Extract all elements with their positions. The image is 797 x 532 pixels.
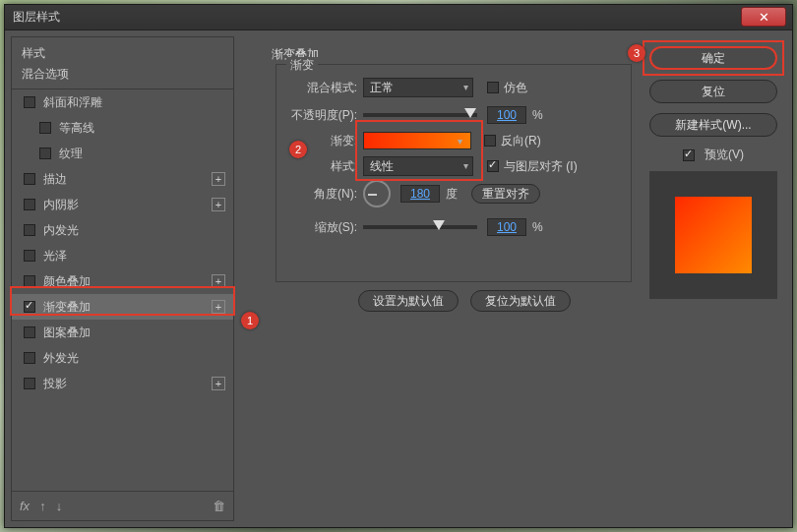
effect-checkbox[interactable] bbox=[24, 199, 35, 210]
effect-checkbox[interactable] bbox=[39, 122, 51, 134]
scale-slider[interactable] bbox=[363, 225, 477, 229]
add-effect-icon[interactable]: + bbox=[212, 198, 225, 211]
close-icon: ✕ bbox=[759, 10, 769, 25]
chevron-down-icon[interactable]: ▾ bbox=[458, 136, 462, 147]
window-title: 图层样式 bbox=[13, 9, 60, 26]
preview-swatch bbox=[675, 197, 752, 273]
gradient-group: 渐变 混合模式: 正常▾ 仿色 不透明度(P): 100 % 渐变: ▾ bbox=[276, 64, 632, 282]
preview-box bbox=[649, 171, 777, 299]
blend-mode-value: 正常 bbox=[370, 80, 394, 96]
effect-checkbox[interactable] bbox=[24, 352, 35, 364]
dither-checkbox[interactable] bbox=[487, 82, 499, 93]
opacity-value[interactable]: 100 bbox=[487, 106, 526, 124]
panel-footer: fx ↑ ↓ 🗑 bbox=[12, 491, 233, 520]
titlebar[interactable]: 图层样式 ✕ bbox=[5, 5, 792, 30]
add-effect-icon[interactable]: + bbox=[212, 172, 225, 186]
reset-align-button[interactable]: 重置对齐 bbox=[471, 184, 540, 204]
effect-checkbox[interactable] bbox=[24, 224, 35, 236]
effect-checkbox[interactable] bbox=[24, 96, 35, 108]
effect-label: 投影 bbox=[43, 376, 67, 392]
style-label: 样式: bbox=[324, 158, 357, 175]
angle-label: 角度(N): bbox=[306, 186, 357, 203]
reset-default-button[interactable]: 复位为默认值 bbox=[470, 290, 571, 312]
callout-2: 2 bbox=[289, 141, 307, 158]
effect-checkbox[interactable] bbox=[39, 148, 51, 159]
ok-button[interactable]: 确定 bbox=[649, 46, 777, 70]
dialog-window: 图层样式 ✕ 样式 混合选项 斜面和浮雕 等高线 纹理 描边+ 内阴影+ 内发光… bbox=[4, 4, 793, 528]
effect-label: 图案叠加 bbox=[43, 325, 91, 341]
add-effect-icon[interactable]: + bbox=[212, 274, 225, 288]
effect-checkbox[interactable] bbox=[24, 326, 35, 338]
preview-checkbox[interactable] bbox=[683, 149, 695, 161]
angle-dial[interactable] bbox=[363, 180, 391, 207]
effect-checkbox[interactable] bbox=[24, 250, 35, 262]
list-item[interactable]: 斜面和浮雕 bbox=[12, 89, 233, 115]
content-area: 样式 混合选项 斜面和浮雕 等高线 纹理 描边+ 内阴影+ 内发光 光泽 颜色叠… bbox=[5, 30, 792, 527]
styles-panel: 样式 混合选项 斜面和浮雕 等高线 纹理 描边+ 内阴影+ 内发光 光泽 颜色叠… bbox=[11, 36, 234, 521]
angle-value[interactable]: 180 bbox=[400, 185, 440, 203]
list-item[interactable]: 光泽 bbox=[12, 243, 233, 268]
effect-label: 内阴影 bbox=[43, 197, 79, 213]
list-item[interactable]: 外发光 bbox=[12, 345, 233, 371]
effect-label: 斜面和浮雕 bbox=[43, 94, 102, 111]
dither-label: 仿色 bbox=[504, 80, 527, 96]
list-item[interactable]: 投影+ bbox=[12, 371, 233, 396]
style-value: 线性 bbox=[370, 158, 394, 175]
set-default-button[interactable]: 设置为默认值 bbox=[358, 290, 459, 312]
reverse-label: 反向(R) bbox=[501, 133, 541, 149]
opacity-unit: % bbox=[532, 108, 543, 122]
style-select[interactable]: 线性▾ bbox=[363, 156, 473, 176]
opacity-slider[interactable] bbox=[363, 113, 477, 117]
group-label: 渐变 bbox=[286, 57, 318, 74]
effect-checkbox[interactable] bbox=[24, 173, 35, 185]
align-label: 与图层对齐 (I) bbox=[504, 158, 578, 175]
effect-checkbox[interactable] bbox=[24, 378, 35, 389]
blending-options[interactable]: 混合选项 bbox=[12, 66, 233, 89]
effect-label: 外发光 bbox=[43, 350, 79, 367]
blend-mode-label: 混合模式: bbox=[286, 80, 357, 96]
scale-value[interactable]: 100 bbox=[487, 218, 526, 236]
styles-heading: 样式 bbox=[12, 37, 233, 66]
trash-icon[interactable]: 🗑 bbox=[213, 499, 225, 513]
list-item[interactable]: 内发光 bbox=[12, 217, 233, 243]
callout-3: 3 bbox=[628, 44, 645, 62]
chevron-down-icon: ▾ bbox=[463, 82, 468, 92]
effect-label: 纹理 bbox=[59, 146, 83, 162]
add-effect-icon[interactable]: + bbox=[212, 377, 225, 390]
effect-label: 渐变叠加 bbox=[43, 299, 91, 316]
list-item[interactable]: 内阴影+ bbox=[12, 192, 233, 217]
angle-unit: 度 bbox=[446, 186, 458, 203]
settings-panel: 渐变叠加 渐变 混合模式: 正常▾ 仿色 不透明度(P): 100 % 渐变: bbox=[240, 36, 635, 521]
list-item[interactable]: 等高线 bbox=[12, 115, 233, 141]
effect-label: 等高线 bbox=[59, 120, 94, 137]
effect-checkbox[interactable] bbox=[24, 275, 35, 287]
gradient-swatch[interactable] bbox=[363, 132, 471, 149]
gradient-label: 渐变: bbox=[324, 133, 357, 149]
add-effect-icon[interactable]: + bbox=[212, 300, 225, 314]
align-checkbox[interactable] bbox=[487, 160, 499, 172]
list-item[interactable]: 纹理 bbox=[12, 141, 233, 166]
effect-label: 光泽 bbox=[43, 248, 67, 265]
fx-menu-icon[interactable]: fx bbox=[20, 499, 30, 513]
scale-label: 缩放(S): bbox=[306, 219, 357, 236]
reverse-checkbox[interactable] bbox=[484, 135, 496, 147]
action-panel: 确定 复位 新建样式(W)... 预览(V) bbox=[641, 36, 786, 521]
effect-label: 描边 bbox=[43, 171, 67, 188]
blend-mode-select[interactable]: 正常▾ bbox=[363, 78, 473, 97]
list-item[interactable]: 图案叠加 bbox=[12, 320, 233, 345]
close-button[interactable]: ✕ bbox=[741, 7, 786, 27]
callout-1: 1 bbox=[241, 312, 259, 329]
effect-checkbox[interactable] bbox=[24, 301, 35, 313]
preview-label: 预览(V) bbox=[705, 147, 744, 163]
cancel-button[interactable]: 复位 bbox=[649, 80, 777, 103]
new-style-button[interactable]: 新建样式(W)... bbox=[649, 113, 777, 137]
list-item[interactable]: 描边+ bbox=[12, 166, 233, 192]
effect-label: 内发光 bbox=[43, 222, 79, 239]
effects-list: 斜面和浮雕 等高线 纹理 描边+ 内阴影+ 内发光 光泽 颜色叠加+ 渐变叠加+… bbox=[12, 89, 233, 491]
scale-unit: % bbox=[532, 220, 543, 234]
list-item-gradient-overlay[interactable]: 渐变叠加+ bbox=[12, 294, 233, 320]
list-item[interactable]: 颜色叠加+ bbox=[12, 268, 233, 294]
move-down-icon[interactable]: ↓ bbox=[56, 499, 63, 513]
effect-label: 颜色叠加 bbox=[43, 273, 91, 290]
move-up-icon[interactable]: ↑ bbox=[39, 499, 46, 513]
